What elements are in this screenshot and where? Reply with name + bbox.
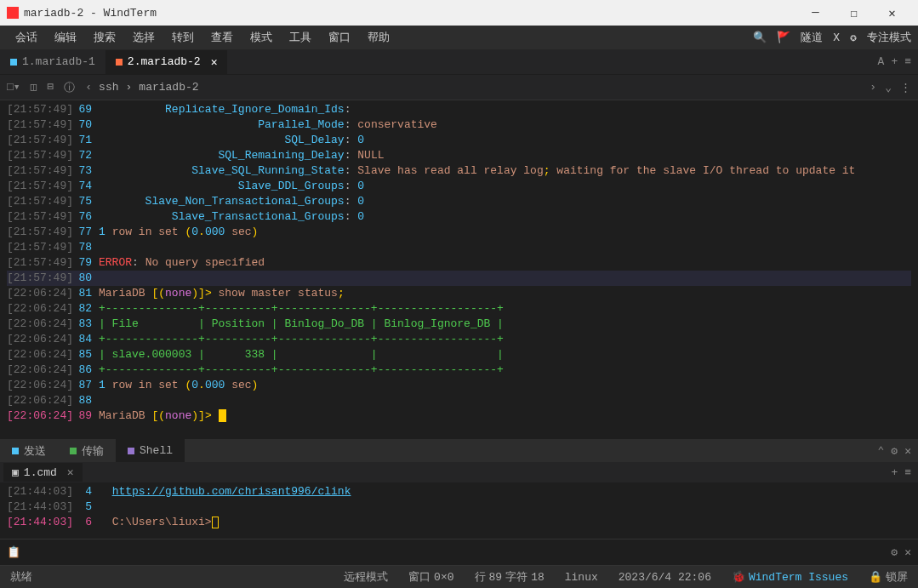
tab-mariadb-1[interactable]: 1.mariadb-1 (0, 50, 105, 73)
table-header: | File | Position | Binlog_Do_DB | Binlo… (99, 317, 504, 330)
menu-select[interactable]: 选择 (124, 30, 163, 45)
menu-session[interactable]: 会话 (7, 30, 46, 45)
tunnel-flag-icon[interactable]: 🚩 (777, 31, 790, 44)
panel-settings-icon[interactable]: ⚙ (891, 444, 898, 458)
dropdown-icon[interactable]: ⌄ (885, 81, 892, 94)
minimize-button[interactable]: ─ (796, 0, 835, 26)
line-number: 5 (73, 500, 99, 515)
status-ready: 就绪 (10, 569, 32, 585)
line-number: 85 (73, 347, 99, 363)
cmd-output[interactable]: [21:44:03]4 https://github.com/chrisant9… (0, 482, 918, 539)
line-number: 6 (73, 515, 99, 530)
split-v-icon[interactable]: ⊟ (47, 80, 54, 95)
statusbar: 就绪 远程模式 窗口 0×0 行 89 字符 18 linux 2023/6/4… (0, 566, 918, 588)
tab-transfer[interactable]: 传输 (58, 439, 116, 462)
breadcrumb-back-icon[interactable]: ‹ (85, 81, 92, 94)
line-number: 75 (73, 194, 99, 209)
input-settings-icon[interactable]: ⚙ (891, 545, 898, 559)
tabs-menu-button[interactable]: ≡ (904, 55, 911, 68)
split-h-icon[interactable]: ◫ (31, 80, 37, 95)
panel-collapse-icon[interactable]: ⌃ (878, 444, 885, 458)
tab-close-icon[interactable]: ✕ (211, 55, 218, 69)
status-viewport: 窗口 0×0 (408, 569, 453, 585)
menu-goto[interactable]: 转到 (163, 30, 202, 45)
line-number: 70 (73, 117, 99, 133)
input-close-icon[interactable]: ✕ (904, 545, 911, 559)
close-button[interactable]: ✕ (873, 0, 911, 26)
search-icon[interactable]: 🔍 (753, 31, 767, 44)
cmd-tab-close-icon[interactable]: ✕ (67, 465, 74, 479)
timestamp: [21:57:49] (7, 225, 73, 240)
tab-send[interactable]: 发送 (0, 439, 58, 462)
line-number: 78 (73, 240, 99, 255)
line-number: 81 (73, 286, 99, 301)
timestamp: [21:57:49] (7, 133, 73, 148)
info-icon[interactable]: ⓘ (64, 80, 75, 95)
line-number: 4 (73, 484, 99, 500)
line-number: 82 (73, 301, 99, 317)
focus-star-icon[interactable]: ✪ (850, 31, 857, 44)
tab-label: 传输 (82, 443, 104, 459)
timestamp: [21:44:03] (7, 484, 73, 500)
cmd-tab-1[interactable]: ▣ 1.cmd ✕ (3, 463, 83, 482)
cmd-tab-label: 1.cmd (24, 466, 57, 479)
maximize-button[interactable]: ☐ (835, 0, 873, 26)
menu-window[interactable]: 窗口 (320, 30, 359, 45)
menu-help[interactable]: 帮助 (359, 30, 398, 45)
cmd-tabs: ▣ 1.cmd ✕ + ≡ (0, 462, 918, 482)
menu-tool[interactable]: 工具 (281, 30, 320, 45)
tab-indicator-icon (116, 59, 123, 66)
terminal-output[interactable]: [21:57:49]69 Replicate_Ignore_Domain_Ids… (0, 100, 918, 438)
cmd-add-button[interactable]: + (891, 466, 898, 479)
line-number: 89 (73, 408, 99, 424)
tab-shell[interactable]: Shell (116, 439, 185, 462)
cmd-input-bar[interactable]: 📋 ⚙ ✕ (0, 539, 918, 566)
font-size-button[interactable]: A (878, 55, 885, 68)
nav-forward-icon[interactable]: › (870, 81, 876, 94)
session-tabs: 1.mariadb-1 2.mariadb-2 ✕ A + ≡ (0, 49, 918, 75)
status-issues-link[interactable]: 🐞 WindTerm Issues (732, 570, 848, 584)
breadcrumb-ssh[interactable]: ssh (99, 81, 118, 94)
timestamp: [21:57:49] (7, 194, 73, 209)
timestamp: [21:57:49] (7, 163, 73, 179)
timestamp: [22:06:24] (7, 301, 73, 317)
line-number: 86 (73, 363, 99, 378)
panel-close-icon[interactable]: ✕ (904, 444, 911, 458)
timestamp: [21:57:49] (7, 179, 73, 194)
timestamp: [21:57:49] (7, 255, 73, 271)
line-number: 71 (73, 133, 99, 148)
tab-mariadb-2[interactable]: 2.mariadb-2 ✕ (105, 50, 228, 74)
history-icon[interactable]: 📋 (7, 545, 20, 559)
clink-url[interactable]: https://github.com/chrisant996/clink (112, 485, 351, 498)
menu-x[interactable]: X (833, 31, 840, 44)
timestamp: [22:06:24] (7, 286, 73, 301)
menu-search[interactable]: 搜索 (85, 30, 124, 45)
timestamp: [21:57:49] (7, 148, 73, 163)
status-os[interactable]: linux (565, 571, 598, 584)
menu-view[interactable]: 查看 (202, 30, 242, 45)
status-lock[interactable]: 🔒 锁屏 (869, 569, 908, 585)
timestamp: [21:44:03] (7, 500, 73, 515)
more-icon[interactable]: ⋮ (900, 81, 911, 94)
menu-tunnel[interactable]: 隧道 (801, 30, 823, 45)
menu-mode[interactable]: 模式 (242, 30, 281, 45)
line-number: 87 (73, 378, 99, 393)
status-remote[interactable]: 远程模式 (344, 569, 388, 585)
timestamp: [22:06:24] (7, 332, 73, 347)
timestamp: [22:06:24] (7, 393, 73, 408)
line-number: 74 (73, 179, 99, 194)
line-number: 80 (73, 271, 99, 286)
terminal-icon: ▣ (12, 465, 19, 479)
menu-focus[interactable]: 专注模式 (867, 30, 911, 45)
cmd-menu-button[interactable]: ≡ (904, 466, 911, 479)
status-datetime: 2023/6/4 22:06 (619, 571, 711, 584)
status-line-char[interactable]: 行 89 字符 18 (475, 569, 545, 585)
line-number: 79 (73, 255, 99, 271)
breadcrumb: ‹ ssh › mariadb-2 (85, 81, 198, 94)
line-number: 76 (73, 209, 99, 225)
menu-edit[interactable]: 编辑 (46, 30, 85, 45)
panel-icon[interactable]: □▾ (7, 80, 20, 95)
breadcrumb-host[interactable]: mariadb-2 (139, 81, 198, 94)
add-tab-button[interactable]: + (891, 55, 898, 68)
breadcrumb-sep: › (126, 81, 133, 94)
